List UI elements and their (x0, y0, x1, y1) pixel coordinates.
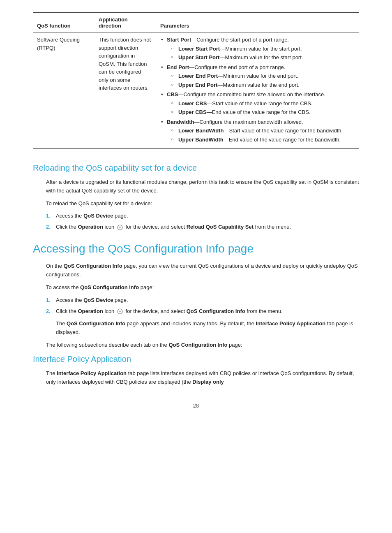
qos-table-section: QoS function Applicationdirection Parame… (33, 12, 359, 149)
reloading-heading: Reloading the QoS capability set for a d… (33, 162, 359, 173)
reloading-step-1: 1. Access the QoS Device page. (46, 212, 359, 220)
reloading-steps: 1. Access the QoS Device page. 2. Click … (46, 212, 359, 232)
step-number-1: 1. (46, 212, 53, 220)
reloading-section: Reloading the QoS capability set for a d… (33, 162, 359, 232)
operation-icon-2 (117, 308, 123, 315)
param-lower-end-port: Lower End Port—Minimum value for the end… (171, 72, 355, 80)
reloading-step-2: 2. Click the Operation icon for the devi… (46, 223, 359, 232)
app-direction-cell: This function does not support direction… (95, 32, 156, 149)
param-cbs: CBS—Configure the committed burst size a… (160, 90, 355, 116)
qos-function-table: QoS function Applicationdirection Parame… (33, 12, 359, 149)
param-bandwidth: Bandwidth—Configure the maximum bandwidt… (160, 118, 355, 144)
param-upper-cbs: Upper CBS—End value of the value range f… (171, 108, 355, 116)
param-lower-bandwidth: Lower BandWidth—Start value of the value… (171, 127, 355, 135)
accessing-step-1: 1. Access the QoS Device page. (46, 296, 359, 305)
table-row: Software Queuing (RTPQ) This function do… (33, 32, 359, 149)
col-header-qos: QoS function (33, 13, 95, 32)
operation-icon (117, 224, 123, 231)
step-2-text: Click the Operation icon for the device,… (56, 223, 291, 232)
interface-policy-heading: Interface Policy Application (33, 354, 359, 364)
accessing-heading: Accessing the QoS Configuration Info pag… (33, 241, 359, 256)
params-list: Start Port—Configure the start port of a… (160, 36, 355, 144)
param-end-port: End Port—Configure the end port of a por… (160, 63, 355, 89)
accessing-para2: To access the QoS Configuration Info pag… (46, 283, 359, 292)
sub-list-end-port: Lower End Port—Minimum value for the end… (171, 72, 355, 89)
param-start-port: Start Port—Configure the start port of a… (160, 36, 355, 62)
qos-function-cell: Software Queuing (RTPQ) (33, 32, 95, 149)
page-number: 28 (33, 403, 359, 409)
step-2a-text: Click the Operation icon for the device,… (56, 307, 283, 316)
param-lower-cbs: Lower CBS—Start value of the value range… (171, 100, 355, 108)
accessing-steps: 1. Access the QoS Device page. 2. Click … (46, 296, 359, 316)
step-number-2: 2. (46, 223, 53, 232)
step-number-2a: 2. (46, 307, 53, 316)
param-lower-start-port: Lower Start Port—Minimum value for the s… (171, 45, 355, 53)
accessing-step-2: 2. Click the Operation icon for the devi… (46, 307, 359, 316)
col-header-app: Applicationdirection (95, 13, 156, 32)
accessing-para1: On the QoS Configuration Info page, you … (46, 262, 359, 279)
reloading-para1: After a device is upgraded or its functi… (46, 178, 359, 195)
step-1-text: Access the QoS Device page. (56, 212, 128, 220)
reloading-para2: To reload the QoS capability set for a d… (46, 199, 359, 208)
col-header-params: Parameters (156, 13, 359, 32)
param-upper-start-port: Upper Start Port—Maximum value for the s… (171, 53, 355, 62)
accessing-step2-extra: The QoS Configuration Info page appears … (56, 320, 359, 337)
sub-list-bandwidth: Lower BandWidth—Start value of the value… (171, 127, 355, 144)
param-upper-bandwidth: Upper BandWidth—End value of the value r… (171, 136, 355, 144)
sub-list-cbs: Lower CBS—Start value of the value range… (171, 100, 355, 116)
step-1a-text: Access the QoS Device page. (56, 296, 128, 305)
sub-list-start-port: Lower Start Port—Minimum value for the s… (171, 45, 355, 62)
interface-policy-para1: The Interface Policy Application tab pag… (46, 369, 359, 387)
step-number-1a: 1. (46, 296, 53, 305)
accessing-section: Accessing the QoS Configuration Info pag… (33, 241, 359, 350)
accessing-para3: The following subsections describe each … (46, 341, 359, 350)
param-upper-end-port: Upper End Port—Maximum value for the end… (171, 81, 355, 89)
params-cell: Start Port—Configure the start port of a… (156, 32, 359, 149)
interface-policy-section: Interface Policy Application The Interfa… (33, 354, 359, 387)
